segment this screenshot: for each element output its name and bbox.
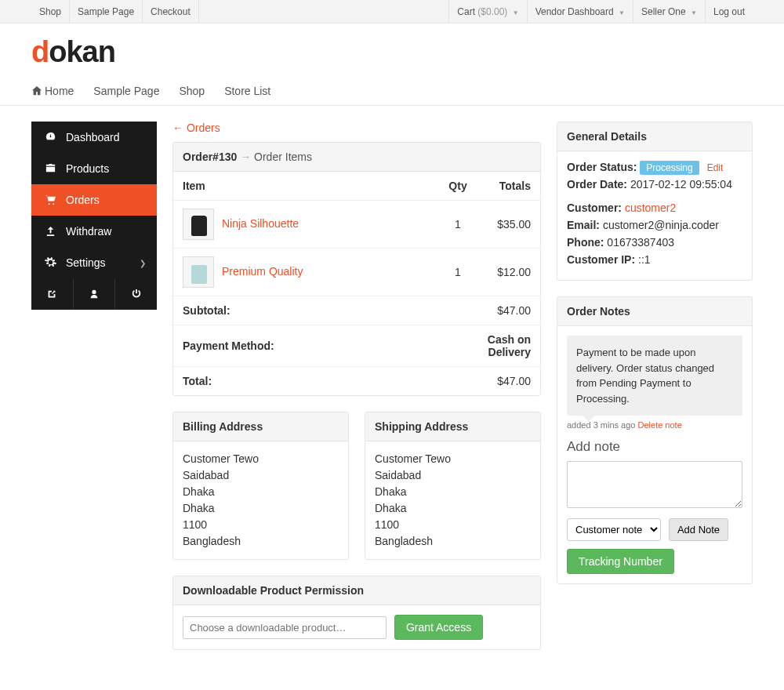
addr-line: Dhaka (183, 484, 339, 500)
payment-label: Payment Method: (173, 325, 438, 367)
sidebar-label: Products (66, 162, 109, 175)
total-row: Total: $47.00 (173, 367, 540, 396)
payment-value: Cash on Delivery (438, 325, 540, 367)
total-label: Total: (173, 367, 477, 396)
topbar-checkout[interactable]: Checkout (143, 0, 199, 23)
status-label: Order Status: (567, 161, 637, 173)
topbar-vendor-dashboard[interactable]: Vendor Dashboard ▼ (527, 0, 633, 23)
ip-value: ::1 (638, 253, 651, 266)
cart-amount: ($0.00) (477, 6, 507, 17)
general-title: General Details (557, 122, 752, 151)
item-total: $12.00 (477, 249, 540, 296)
order-notes-panel: Order Notes Payment to be made upon deli… (557, 296, 753, 584)
sidebar-label: Dashboard (66, 131, 120, 143)
billing-panel: Billing Address Customer Tewo Saidabad D… (172, 412, 349, 560)
topbar-cart[interactable]: Cart ($0.00) ▼ (448, 0, 526, 23)
arrow-right-icon: → (240, 151, 254, 163)
item-row: Premium Quality 1 $12.00 (173, 249, 540, 296)
add-note-button[interactable]: Add Note (669, 518, 728, 541)
order-number: Order#130 (183, 151, 237, 163)
back-to-orders-link[interactable]: ← Orders (172, 122, 220, 134)
external-link-button[interactable] (31, 278, 74, 310)
product-link[interactable]: Ninja Silhouette (222, 217, 299, 230)
billing-title: Billing Address (173, 412, 348, 441)
addr-line: Saidabad (375, 467, 531, 484)
delete-note-link[interactable]: Delete note (638, 420, 682, 430)
addr-line: Saidabad (183, 467, 339, 484)
addr-line: Customer Tewo (375, 451, 531, 467)
sidebar-item-settings[interactable]: Settings ❯ (31, 247, 157, 278)
customer-link[interactable]: customer2 (625, 202, 676, 214)
note-textarea[interactable] (567, 461, 742, 508)
phone-label: Phone: (567, 236, 604, 249)
email-label: Email: (567, 219, 600, 231)
customer-label: Customer: (567, 202, 622, 214)
topbar: Shop Sample Page Checkout Cart ($0.00) ▼… (0, 0, 784, 24)
sidebar-item-withdraw[interactable]: Withdraw (31, 216, 157, 247)
subtotal-label: Subtotal: (173, 296, 477, 325)
topbar-shop[interactable]: Shop (31, 0, 70, 23)
email-value: customer2@ninja.coder (603, 219, 719, 231)
phone-value: 01673387403 (607, 236, 674, 249)
arrow-left-icon: ← (172, 122, 183, 134)
payment-row: Payment Method: Cash on Delivery (173, 325, 540, 367)
addr-line: Bangladesh (183, 533, 339, 550)
back-label: Orders (187, 122, 220, 134)
sidebar-item-dashboard[interactable]: Dashboard (31, 122, 157, 153)
cart-icon (42, 194, 58, 206)
item-qty: 1 (438, 249, 477, 296)
addr-line: Dhaka (183, 500, 339, 517)
logo-d: d (31, 35, 49, 68)
nav-home-label: Home (45, 85, 74, 97)
logo[interactable]: dokan (31, 35, 753, 69)
ip-label: Customer IP: (567, 253, 635, 266)
sidebar-bottom (31, 278, 157, 310)
downloadable-title: Downloadable Product Permission (173, 576, 540, 605)
downloadable-panel: Downloadable Product Permission Grant Ac… (172, 576, 541, 650)
subtotal-value: $47.00 (477, 296, 540, 325)
power-button[interactable] (115, 278, 157, 310)
caret-down-icon: ▼ (619, 9, 625, 16)
product-link[interactable]: Premium Quality (222, 265, 303, 278)
nav-home[interactable]: Home (31, 85, 74, 97)
logo-rest: okan (49, 35, 115, 68)
product-thumb (183, 209, 214, 240)
sidebar-item-orders[interactable]: Orders (31, 184, 157, 216)
subtotal-row: Subtotal: $47.00 (173, 296, 540, 325)
topbar-logout[interactable]: Log out (705, 0, 753, 23)
seller-label: Seller One (641, 6, 686, 17)
nav-sample-page[interactable]: Sample Page (93, 85, 159, 97)
tracking-number-button[interactable]: Tracking Number (567, 549, 674, 574)
date-value: 2017-02-12 09:55:04 (630, 178, 732, 191)
grant-access-button[interactable]: Grant Access (394, 615, 483, 640)
edit-status-link[interactable]: Edit (707, 162, 724, 173)
upload-icon (42, 225, 58, 238)
col-item: Item (173, 172, 438, 201)
downloadable-product-input[interactable] (183, 616, 387, 639)
product-thumb (183, 256, 214, 288)
header: dokan (0, 24, 784, 77)
sidebar-label: Settings (66, 256, 106, 269)
profile-button[interactable] (74, 278, 116, 310)
sidebar-item-products[interactable]: Products (31, 153, 157, 184)
nav-store-list[interactable]: Store List (224, 85, 270, 97)
sidebar: Dashboard Products Orders Withdraw Setti… (31, 122, 157, 310)
sidebar-label: Withdraw (66, 225, 111, 238)
home-icon (31, 85, 42, 97)
items-table: Item Qty Totals Ninja Silhouette 1 $35.0… (173, 172, 540, 395)
col-qty: Qty (438, 172, 477, 201)
total-value: $47.00 (477, 367, 540, 396)
nav-shop[interactable]: Shop (179, 85, 205, 97)
dashboard-icon (42, 131, 58, 143)
notes-title: Order Notes (557, 297, 752, 326)
order-items-header: Order#130 → Order Items (173, 143, 540, 172)
note-type-select[interactable]: Customer note (567, 518, 661, 541)
item-qty: 1 (438, 201, 477, 249)
note-timestamp: added 3 mins ago (567, 420, 635, 430)
item-row: Ninja Silhouette 1 $35.00 (173, 201, 540, 249)
topbar-seller[interactable]: Seller One ▼ (633, 0, 705, 23)
main-nav: Home Sample Page Shop Store List (0, 77, 784, 106)
gear-icon (42, 256, 58, 269)
topbar-sample-page[interactable]: Sample Page (70, 0, 143, 23)
order-items-panel: Order#130 → Order Items Item Qty Totals … (172, 142, 541, 396)
